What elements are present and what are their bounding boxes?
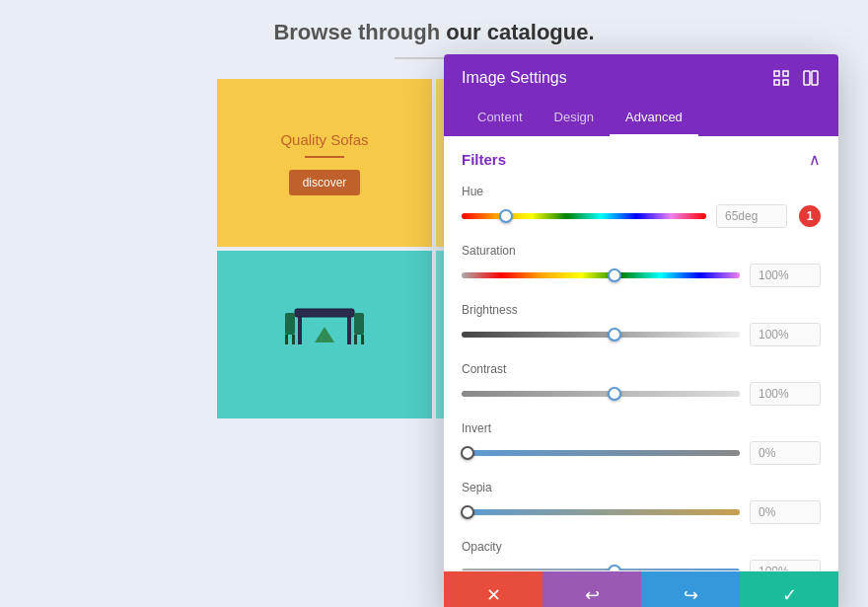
- filter-brightness-label: Brightness: [462, 303, 821, 317]
- svg-rect-23: [804, 71, 810, 85]
- filter-contrast-control: [462, 382, 821, 406]
- filter-opacity: Opacity: [444, 534, 838, 570]
- svg-rect-16: [361, 335, 364, 344]
- invert-value-input[interactable]: [750, 441, 821, 465]
- svg-rect-11: [285, 335, 288, 344]
- svg-rect-22: [783, 80, 788, 85]
- card-1-discover-button[interactable]: discover: [289, 170, 361, 195]
- filter-invert: Invert: [444, 416, 838, 475]
- filter-opacity-label: Opacity: [462, 540, 821, 554]
- page-title: Browse through our catalogue.: [138, 20, 730, 45]
- panel-tabs: Content Design Advanced: [444, 102, 838, 136]
- panel-body: Filters ∧ Hue 1 Saturation: [444, 136, 838, 570]
- filter-saturation-control: [462, 264, 821, 287]
- tab-content[interactable]: Content: [462, 102, 539, 136]
- filter-sepia-control: [462, 500, 821, 524]
- svg-marker-18: [315, 327, 334, 342]
- svg-rect-21: [774, 80, 779, 85]
- contrast-value-input[interactable]: [750, 382, 821, 406]
- svg-rect-7: [295, 309, 354, 317]
- brightness-slider-thumb[interactable]: [608, 328, 621, 341]
- hue-value-input[interactable]: [716, 204, 787, 228]
- filter-opacity-control: [462, 560, 821, 570]
- svg-rect-9: [347, 317, 351, 344]
- hue-slider-thumb[interactable]: [499, 209, 513, 223]
- opacity-value-input[interactable]: [750, 560, 821, 570]
- opacity-slider-track[interactable]: [462, 569, 740, 570]
- saturation-slider-thumb[interactable]: [608, 268, 621, 282]
- section-collapse-button[interactable]: ∧: [809, 150, 821, 169]
- panel-header: Image Settings: [444, 54, 838, 102]
- sepia-slider-track[interactable]: [462, 509, 740, 515]
- invert-slider-track[interactable]: [462, 450, 740, 456]
- brightness-slider-track[interactable]: [462, 332, 740, 338]
- svg-rect-14: [354, 319, 364, 335]
- svg-rect-19: [774, 71, 779, 76]
- panel-bottom-bar: ✕ ↩ ↪ ✓: [444, 570, 838, 607]
- sepia-slider-thumb[interactable]: [461, 505, 474, 519]
- undo-button[interactable]: ↩: [542, 571, 641, 607]
- filters-section-title: Filters: [462, 151, 506, 168]
- tab-advanced[interactable]: Advanced: [610, 102, 698, 136]
- filter-contrast: Contrast: [444, 356, 838, 416]
- saturation-value-input[interactable]: [750, 264, 821, 287]
- svg-rect-24: [812, 71, 818, 85]
- columns-icon[interactable]: [801, 68, 821, 88]
- filter-hue: Hue 1: [444, 179, 838, 238]
- svg-rect-10: [285, 319, 295, 335]
- tab-design[interactable]: Design: [539, 102, 610, 136]
- contrast-slider-track[interactable]: [462, 391, 740, 397]
- brightness-value-input[interactable]: [750, 323, 821, 346]
- opacity-slider-thumb[interactable]: [608, 565, 621, 570]
- filter-saturation-label: Saturation: [462, 244, 821, 258]
- svg-rect-12: [292, 335, 295, 344]
- sepia-value-input[interactable]: [750, 500, 821, 524]
- hue-badge: 1: [799, 205, 821, 227]
- card-1-divider: [305, 156, 344, 158]
- filter-hue-label: Hue: [462, 185, 821, 198]
- panel-header-icons: [771, 68, 821, 88]
- filter-invert-label: Invert: [462, 421, 821, 435]
- svg-rect-17: [354, 313, 364, 321]
- filter-brightness: Brightness: [444, 297, 838, 356]
- hue-slider-track[interactable]: [462, 213, 706, 219]
- card-furniture-icon: [217, 251, 432, 418]
- svg-rect-8: [298, 317, 302, 344]
- filter-invert-control: [462, 441, 821, 465]
- filter-sepia: Sepia: [444, 475, 838, 534]
- filters-section-header: Filters ∧: [444, 136, 838, 179]
- filter-hue-control: 1: [462, 204, 821, 228]
- cancel-button[interactable]: ✕: [444, 571, 542, 607]
- furniture-icon: [280, 289, 369, 372]
- filter-saturation: Saturation: [444, 238, 838, 297]
- confirm-button[interactable]: ✓: [740, 571, 838, 607]
- svg-rect-20: [783, 71, 788, 76]
- saturation-slider-track[interactable]: [462, 272, 740, 278]
- panel-title: Image Settings: [462, 69, 567, 87]
- svg-rect-15: [354, 335, 357, 344]
- card-1-title: Quality Sofas: [280, 131, 368, 148]
- image-settings-panel: Image Settings Content Design Advanced: [444, 54, 838, 607]
- redo-button[interactable]: ↪: [641, 571, 740, 607]
- filter-contrast-label: Contrast: [462, 362, 821, 376]
- card-yellow-text: Quality Sofas discover: [217, 79, 432, 247]
- filter-sepia-label: Sepia: [462, 481, 821, 494]
- invert-slider-thumb[interactable]: [461, 446, 474, 460]
- svg-rect-13: [285, 313, 295, 321]
- contrast-slider-thumb[interactable]: [608, 387, 621, 401]
- filter-brightness-control: [462, 323, 821, 346]
- fullscreen-icon[interactable]: [771, 68, 791, 88]
